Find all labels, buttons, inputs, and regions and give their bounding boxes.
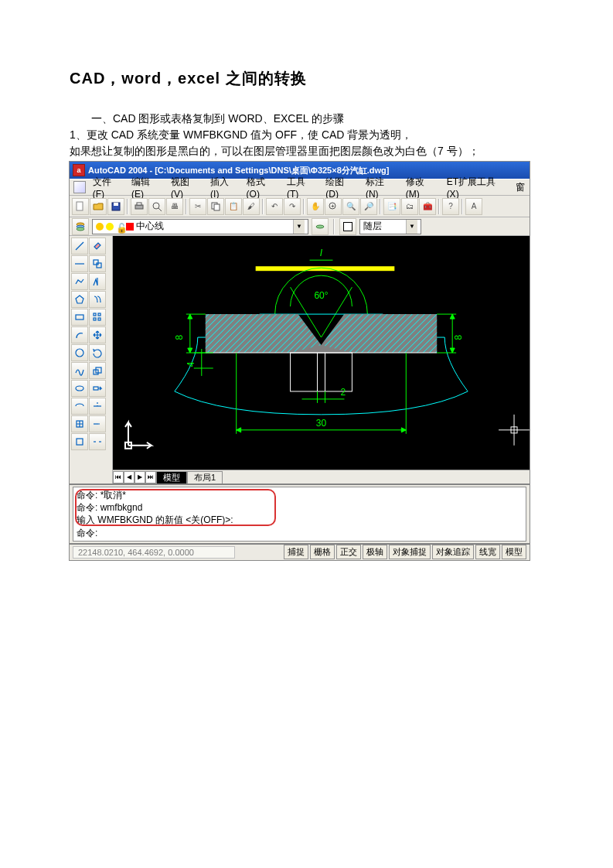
svg-rect-3	[135, 205, 143, 209]
command-window[interactable]: 命令: *取消* 命令: wmfbkgnd 输入 WMFBKGND 的新值 <关…	[73, 487, 526, 542]
tool-palette-button[interactable]: 🧰	[419, 198, 436, 215]
dim-angle: 60°	[314, 290, 328, 301]
open-button[interactable]	[90, 198, 107, 215]
layer-selector[interactable]: 🔓 中心线 ▼	[92, 219, 308, 234]
arc-button[interactable]	[71, 326, 88, 343]
osnap-toggle[interactable]: 对象捕捉	[389, 545, 431, 559]
new-button[interactable]	[72, 198, 89, 215]
menu-dimension[interactable]: 标注(N)	[361, 174, 401, 201]
tab-next-button[interactable]: ▶	[135, 471, 145, 484]
document-icon[interactable]	[73, 181, 86, 193]
dropdown-arrow-icon[interactable]: ▼	[406, 220, 417, 234]
tab-prev-button[interactable]: ◀	[124, 471, 135, 484]
tab-model[interactable]: 模型	[156, 471, 187, 484]
yellow-bar	[256, 266, 395, 271]
menu-file[interactable]: 文件(F)	[88, 174, 127, 201]
coordinates-display: 22148.0210, 464.4692, 0.0000	[73, 546, 235, 559]
draw-toolbar	[70, 236, 113, 484]
insert-button[interactable]	[71, 415, 88, 432]
move-button[interactable]	[89, 326, 106, 343]
zoom-rt-button[interactable]: +	[325, 198, 342, 215]
mirror-button[interactable]	[89, 273, 106, 290]
offset-button[interactable]	[89, 291, 106, 308]
bulb-icon	[96, 223, 104, 231]
tab-last-button[interactable]: ⏭	[145, 471, 156, 484]
ortho-toggle[interactable]: 正交	[336, 545, 361, 559]
cut-button[interactable]: ✂	[189, 198, 206, 215]
model-viewport[interactable]: I 60°	[113, 236, 530, 470]
menu-format[interactable]: 格式(O)	[242, 174, 282, 201]
polar-toggle[interactable]: 极轴	[363, 545, 387, 559]
copy-button[interactable]	[207, 198, 224, 215]
grid-toggle[interactable]: 栅格	[310, 545, 335, 559]
menu-window[interactable]: 窗	[511, 179, 530, 196]
menu-insert[interactable]: 插入(I)	[206, 174, 241, 201]
svg-rect-20	[76, 315, 83, 320]
layer-mgr-button[interactable]	[72, 218, 89, 235]
svg-marker-47	[206, 314, 322, 353]
color-swatch	[126, 223, 134, 231]
array-button[interactable]	[89, 309, 106, 326]
scale-button[interactable]	[89, 362, 106, 379]
tab-layout1[interactable]: 布局1	[187, 471, 223, 484]
layer-prev-button[interactable]	[312, 218, 329, 235]
label-top: I	[320, 248, 323, 258]
publish-button[interactable]: 🖶	[166, 198, 183, 215]
block-button[interactable]	[71, 433, 88, 450]
menu-modify[interactable]: 修改(M)	[401, 174, 442, 201]
undo-button[interactable]: ↶	[266, 198, 283, 215]
svg-point-28	[76, 386, 83, 391]
lwt-toggle[interactable]: 线宽	[475, 545, 500, 559]
zoom-prev-button[interactable]: 🔎	[360, 198, 377, 215]
svg-rect-0	[77, 202, 83, 210]
rotate-button[interactable]	[89, 344, 106, 361]
menu-view[interactable]: 视图(V)	[166, 174, 206, 201]
pline-button[interactable]	[71, 273, 88, 290]
svg-marker-19	[76, 296, 83, 303]
menu-tools[interactable]: 工具(T)	[282, 174, 321, 201]
polygon-button[interactable]	[71, 291, 88, 308]
color-button[interactable]	[339, 218, 356, 235]
help-button[interactable]: ?	[442, 198, 459, 215]
erase-button[interactable]	[89, 238, 106, 255]
spline-button[interactable]	[71, 362, 88, 379]
pan-button[interactable]: ✋	[307, 198, 324, 215]
print-button[interactable]	[131, 198, 148, 215]
extend-button[interactable]	[89, 415, 106, 432]
cmd-line-2: 命令: wmfbkgnd	[77, 501, 523, 514]
svg-line-15	[76, 242, 83, 250]
svg-marker-48	[322, 314, 438, 353]
ellipse-arc-button[interactable]	[71, 398, 88, 415]
rectangle-button[interactable]	[71, 309, 88, 326]
dc-button[interactable]: 🗂	[401, 198, 418, 215]
copy-obj-button[interactable]	[89, 255, 106, 272]
redo-button[interactable]: ↷	[284, 198, 301, 215]
ellipse-button[interactable]	[71, 380, 88, 397]
circle-button[interactable]	[71, 344, 88, 361]
break-button[interactable]	[89, 433, 106, 450]
tab-first-button[interactable]: ⏮	[113, 471, 124, 484]
paste-button[interactable]: 📋	[225, 198, 242, 215]
properties-button[interactable]: 📑	[383, 198, 400, 215]
svg-rect-22	[98, 313, 100, 316]
line-button[interactable]	[71, 238, 88, 255]
menu-edit[interactable]: 编辑(E)	[127, 174, 166, 201]
save-button[interactable]	[107, 198, 124, 215]
extra-button[interactable]: A	[465, 198, 482, 215]
snap-toggle[interactable]: 捕捉	[284, 545, 308, 559]
zoom-win-button[interactable]: 🔍	[342, 198, 359, 215]
menu-draw[interactable]: 绘图(D)	[321, 174, 361, 201]
match-button[interactable]: 🖌	[243, 198, 260, 215]
xline-button[interactable]	[71, 255, 88, 272]
trim-button[interactable]	[89, 398, 106, 415]
dim-four: 4	[186, 361, 196, 367]
stretch-button[interactable]	[89, 380, 106, 397]
dropdown-arrow-icon[interactable]: ▼	[293, 220, 305, 234]
model-toggle[interactable]: 模型	[502, 545, 526, 559]
menu-ext[interactable]: ET扩展工具(X)	[442, 174, 511, 201]
preview-button[interactable]	[148, 198, 165, 215]
viewport-wrap: I 60°	[113, 236, 530, 484]
menu-bar: 文件(F) 编辑(E) 视图(V) 插入(I) 格式(O) 工具(T) 绘图(D…	[70, 179, 530, 196]
linetype-selector[interactable]: 随层 ▼	[359, 219, 421, 234]
otrack-toggle[interactable]: 对象追踪	[432, 545, 474, 559]
